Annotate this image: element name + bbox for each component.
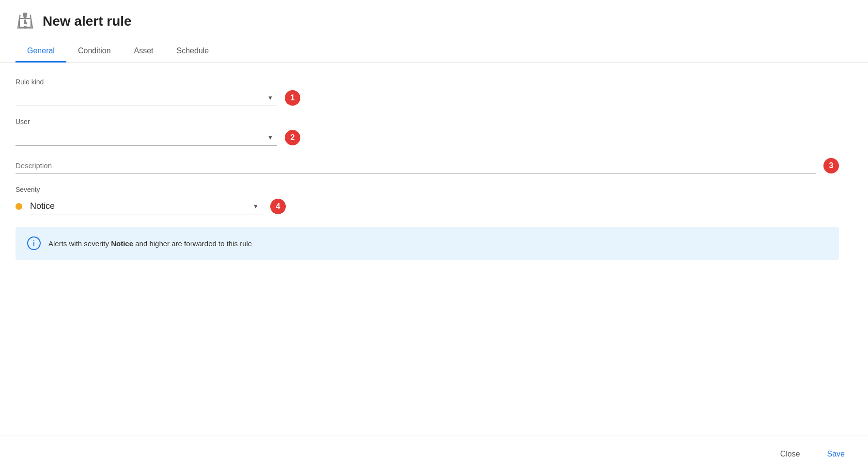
- tabs-container: General Condition Asset Schedule: [0, 41, 868, 63]
- info-suffix: and higher are forwarded to this rule: [133, 239, 252, 248]
- rule-kind-label: Rule kind: [16, 78, 839, 86]
- info-highlight: Notice: [111, 239, 133, 248]
- tab-schedule[interactable]: Schedule: [165, 41, 221, 63]
- description-input-wrapper: [16, 157, 816, 174]
- rule-kind-field: Rule kind ▼ 1: [16, 78, 839, 106]
- tab-general[interactable]: General: [16, 41, 66, 63]
- save-button[interactable]: Save: [820, 446, 852, 462]
- tab-asset[interactable]: Asset: [123, 41, 165, 63]
- severity-label: Severity: [16, 186, 839, 193]
- info-box: i Alerts with severity Notice and higher…: [16, 227, 839, 260]
- user-dropdown-wrapper: ▼: [16, 129, 277, 146]
- severity-dropdown-wrapper: Notice Warning Critical ▼: [30, 197, 263, 215]
- user-badge: 2: [285, 130, 300, 145]
- severity-field: Severity Notice Warning Critical ▼ 4: [16, 186, 839, 215]
- description-row: 3: [16, 157, 839, 174]
- info-circle-icon: i: [27, 236, 41, 250]
- user-select[interactable]: [16, 129, 277, 146]
- rule-kind-dropdown-wrapper: ▼: [16, 90, 277, 106]
- rule-kind-badge: 1: [285, 90, 300, 106]
- form-section: Rule kind ▼ 1 User: [16, 78, 839, 260]
- severity-badge: 4: [270, 199, 286, 214]
- severity-row: Notice Warning Critical ▼ 4: [16, 197, 839, 215]
- rule-kind-select[interactable]: [16, 90, 277, 106]
- footer: Close Save: [0, 436, 868, 472]
- rule-kind-row: ▼ 1: [16, 90, 839, 106]
- info-text: Alerts with severity Notice and higher a…: [48, 239, 252, 248]
- page-container: ⚑ New alert rule General Condition Asset…: [0, 0, 868, 472]
- svg-text:⚑: ⚑: [23, 20, 28, 27]
- user-row: ▼ 2: [16, 129, 839, 146]
- user-label: User: [16, 118, 839, 126]
- severity-dot-icon: [16, 203, 22, 210]
- tab-condition[interactable]: Condition: [66, 41, 123, 63]
- user-field: User ▼ 2: [16, 118, 839, 146]
- close-button[interactable]: Close: [773, 446, 808, 462]
- page-title: New alert rule: [43, 14, 132, 29]
- info-prefix: Alerts with severity: [48, 239, 111, 248]
- header: ⚑ New alert rule: [0, 0, 868, 31]
- alert-rule-icon: ⚑: [16, 12, 35, 31]
- description-field: 3: [16, 157, 839, 174]
- form-content: Rule kind ▼ 1 User: [0, 63, 868, 436]
- description-badge: 3: [823, 158, 839, 173]
- description-input[interactable]: [16, 157, 816, 174]
- severity-select[interactable]: Notice Warning Critical: [30, 197, 263, 215]
